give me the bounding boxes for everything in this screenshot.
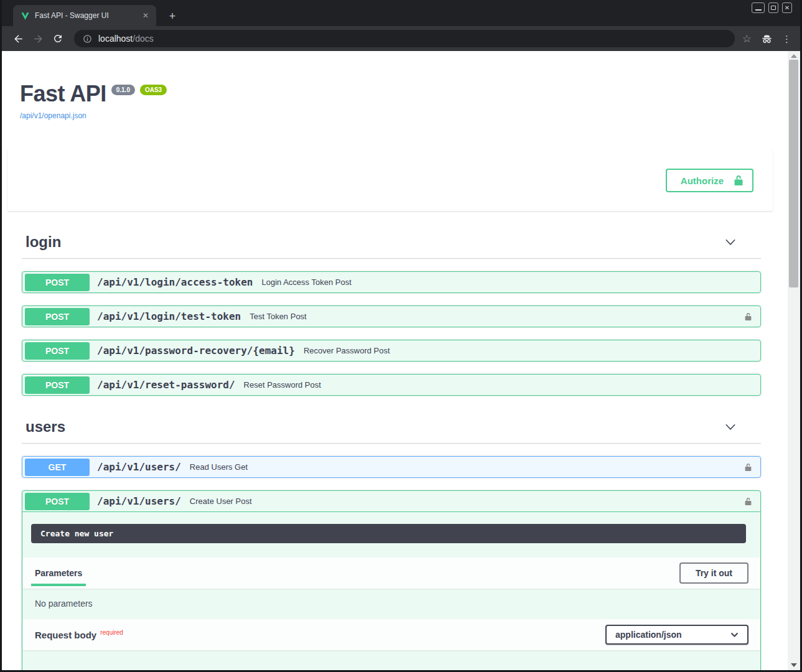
- operation-path: /api/v1/login/test-token: [97, 310, 241, 322]
- request-body-label: Request bodyrequired: [35, 630, 123, 640]
- version-badge: 0.1.0: [111, 85, 135, 95]
- method-badge: POST: [25, 342, 90, 360]
- section-users-header[interactable]: users: [22, 412, 761, 444]
- operation-path: /api/v1/users/: [97, 495, 181, 507]
- operation-row[interactable]: POST /api/v1/password-recovery/{email} R…: [22, 340, 761, 362]
- close-icon: ✕: [785, 4, 790, 11]
- section-name: login: [26, 233, 61, 251]
- section-login: login POST /api/v1/login/access-token Lo…: [22, 227, 761, 396]
- maximize-button[interactable]: [768, 2, 778, 13]
- scrollbar-up-arrow-icon[interactable]: [791, 54, 797, 58]
- request-body-example: Example Value Schema {: [22, 650, 760, 670]
- toolbar-right: ☆ ⋮: [742, 32, 791, 45]
- operation-row[interactable]: POST /api/v1/reset-password/ Reset Passw…: [22, 374, 761, 396]
- tab-close-icon[interactable]: ✕: [140, 10, 151, 21]
- page-content: Fast API 0.1.0 OAS3 /api/v1/openapi.json…: [2, 51, 800, 670]
- incognito-icon[interactable]: [760, 32, 773, 45]
- reload-icon: [52, 33, 63, 44]
- tab-title: Fast API - Swagger UI: [35, 11, 140, 20]
- operation-path: /api/v1/login/access-token: [97, 276, 253, 288]
- unlocked-padlock-icon: [744, 312, 753, 322]
- section-name: users: [26, 418, 65, 436]
- operation-path: /api/v1/password-recovery/{email}: [97, 345, 295, 357]
- browser-tab[interactable]: Fast API - Swagger UI ✕: [13, 5, 156, 26]
- url-bar[interactable]: localhost/docs: [74, 30, 735, 47]
- operation-description: Recover Password Post: [304, 346, 390, 355]
- minimize-button[interactable]: [752, 2, 765, 13]
- method-badge: POST: [25, 308, 90, 325]
- chevron-down-icon[interactable]: [724, 235, 737, 249]
- unlocked-padlock-icon: [732, 174, 745, 187]
- content-type-select[interactable]: application/json: [605, 625, 748, 645]
- section-login-header[interactable]: login: [22, 227, 761, 259]
- parameters-header: Parameters Try it out: [22, 558, 760, 589]
- method-badge: GET: [25, 459, 90, 476]
- scrollbar-thumb[interactable]: [789, 60, 798, 287]
- back-arrow-icon: [12, 33, 24, 45]
- page-info-icon: [83, 34, 92, 44]
- authorize-label: Authorize: [681, 175, 724, 186]
- browser-window: Fast API - Swagger UI ✕ + ✕: [0, 0, 802, 672]
- operation-description: Login Access Token Post: [261, 278, 351, 287]
- url-host: localhost: [98, 34, 133, 44]
- request-body-text: Request body: [35, 630, 96, 640]
- browser-toolbar: localhost/docs ☆ ⋮: [2, 26, 800, 51]
- method-badge: POST: [25, 274, 90, 291]
- operation-path: /api/v1/reset-password/: [97, 379, 235, 391]
- browser-titlebar: Fast API - Swagger UI ✕ + ✕: [2, 0, 800, 26]
- auth-lock-button[interactable]: [744, 497, 753, 506]
- scheme-container: Authorize: [7, 150, 773, 211]
- forward-arrow-icon: [32, 33, 44, 45]
- unlocked-padlock-icon: [744, 497, 753, 506]
- page-scrollbar[interactable]: [788, 51, 800, 670]
- api-info: Fast API 0.1.0 OAS3 /api/v1/openapi.json: [2, 51, 788, 121]
- operation-body: Create new user Parameters Try it out No…: [22, 524, 760, 670]
- back-button[interactable]: [9, 30, 27, 47]
- required-flag: required: [100, 629, 123, 636]
- operation-description: Test Token Post: [249, 312, 307, 321]
- operation-description: Read Users Get: [190, 462, 248, 472]
- v-logo-favicon-icon: [21, 11, 30, 21]
- operation-description: Reset Password Post: [244, 380, 321, 390]
- auth-lock-button[interactable]: [744, 312, 753, 322]
- parameters-tab[interactable]: Parameters: [35, 568, 82, 578]
- operation-description: Create User Post: [190, 497, 252, 506]
- forward-button[interactable]: [29, 30, 47, 47]
- page-title: Fast API: [20, 83, 106, 105]
- operation-row[interactable]: GET /api/v1/users/ Read Users Get: [22, 456, 761, 478]
- operation-path: /api/v1/users/: [97, 461, 181, 473]
- chevron-down-icon[interactable]: [724, 420, 737, 434]
- new-tab-button[interactable]: +: [165, 9, 180, 24]
- operation-row[interactable]: POST /api/v1/login/access-token Login Ac…: [22, 271, 761, 293]
- try-it-out-button[interactable]: Try it out: [679, 562, 748, 584]
- operation-docstring: Create new user: [31, 524, 746, 543]
- operation-row[interactable]: POST /api/v1/login/test-token Test Token…: [22, 306, 761, 327]
- method-badge: POST: [25, 493, 90, 510]
- request-body-header: Request bodyrequired application/json: [22, 619, 760, 650]
- window-controls: ✕: [752, 2, 792, 13]
- close-button[interactable]: ✕: [782, 2, 792, 13]
- url-path: /docs: [133, 34, 153, 44]
- auth-lock-button[interactable]: [744, 462, 753, 472]
- select-chevron-icon: [730, 632, 739, 637]
- operation-summary[interactable]: POST /api/v1/users/ Create User Post: [22, 491, 760, 512]
- bookmark-star-icon[interactable]: ☆: [742, 34, 752, 44]
- no-parameters-text: No parameters: [22, 589, 760, 619]
- browser-menu-icon[interactable]: ⋮: [782, 34, 791, 44]
- unlocked-padlock-icon: [744, 462, 753, 472]
- maximize-icon: [771, 6, 776, 10]
- minimize-icon: [755, 9, 762, 11]
- reload-button[interactable]: [49, 30, 67, 47]
- method-badge: POST: [25, 376, 90, 394]
- content-type-value: application/json: [615, 630, 682, 640]
- url-text: localhost/docs: [98, 34, 154, 44]
- scrollbar-down-arrow-icon[interactable]: [791, 663, 797, 667]
- authorize-button[interactable]: Authorize: [666, 169, 753, 192]
- operation-row-expanded: POST /api/v1/users/ Create User Post Cre…: [22, 490, 761, 670]
- openapi-spec-link[interactable]: /api/v1/openapi.json: [20, 111, 86, 120]
- oas3-badge: OAS3: [140, 85, 167, 95]
- section-users: users GET /api/v1/users/ Read Users Get: [22, 412, 761, 670]
